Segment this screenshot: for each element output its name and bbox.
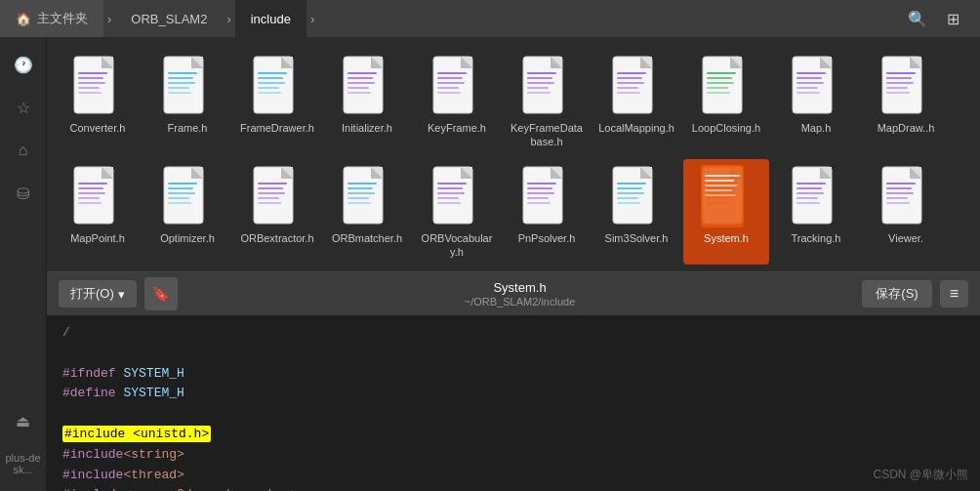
file-label-orbmatcher: ORBmatcher.h	[332, 231, 402, 245]
sidebar-bottom: ⏏ plus-desk...	[2, 401, 45, 491]
home-label: 主文件夹	[37, 10, 88, 27]
svg-rect-29	[347, 82, 375, 84]
file-icon-pnpsolver	[521, 165, 572, 227]
file-icon-viewer	[880, 165, 931, 227]
svg-rect-83	[78, 183, 107, 184]
svg-rect-118	[437, 197, 459, 199]
svg-rect-92	[168, 187, 193, 189]
sidebar-item-starred[interactable]: ☆	[4, 88, 43, 127]
file-label-optimizer: Optimizer.h	[160, 231, 215, 245]
file-label-sim3solver: Sim3Solver.h	[605, 231, 669, 245]
file-label-loopclosing: LoopClosing.h	[692, 121, 760, 135]
file-item-viewer[interactable]: Viewer.	[863, 159, 949, 266]
file-icon-mapdraw	[880, 55, 931, 117]
file-item-mapdraw[interactable]: MapDraw..h	[863, 49, 949, 155]
svg-rect-31	[347, 92, 371, 94]
save-button[interactable]: 保存(S)	[862, 280, 931, 307]
orb-slam2-nav-item[interactable]: ORB_SLAM2	[115, 0, 223, 37]
sidebar-item-eject[interactable]: ⏏	[4, 401, 43, 440]
svg-rect-76	[886, 77, 912, 79]
file-icon-converter	[72, 55, 123, 117]
top-bar: 🏠 主文件夹 › ORB_SLAM2 › include › 🔍 ⊞	[0, 0, 980, 37]
file-icon-loopclosing	[701, 55, 752, 117]
svg-rect-71	[796, 92, 820, 94]
file-icon-sim3solver	[611, 165, 662, 227]
file-icon-map	[791, 55, 841, 117]
file-icon-tracking	[791, 165, 841, 227]
svg-rect-22	[258, 87, 279, 89]
orb-slam2-label: ORB_SLAM2	[131, 12, 207, 26]
file-item-converter[interactable]: Converter.h	[55, 49, 141, 155]
svg-rect-47	[527, 92, 551, 94]
file-item-orbvocabulary[interactable]: ORBVocabulary.h	[414, 159, 500, 266]
file-item-framedrawer[interactable]: FrameDrawer.h	[234, 49, 320, 155]
bookmark-button[interactable]: 🔖	[144, 277, 178, 310]
svg-rect-61	[707, 82, 734, 84]
code-line-2	[62, 344, 964, 364]
file-icon-orbmatcher	[342, 165, 392, 227]
svg-rect-43	[527, 72, 556, 74]
svg-rect-68	[796, 77, 822, 79]
top-bar-actions: 🔍 ⊞	[902, 3, 980, 34]
svg-rect-85	[78, 192, 105, 194]
view-toggle-button[interactable]: ⊞	[937, 3, 968, 34]
svg-rect-30	[347, 87, 369, 89]
svg-rect-79	[886, 92, 910, 94]
code-editor[interactable]: / #ifndef SYSTEM_H#define SYSTEM_H #incl…	[47, 315, 980, 491]
menu-button[interactable]: ≡	[940, 280, 968, 307]
svg-rect-7	[78, 92, 102, 94]
file-item-localmapping[interactable]: LocalMapping.h	[593, 49, 679, 155]
open-button[interactable]: 打开(O) ▾	[59, 280, 137, 307]
editor-path: ~/ORB_SLAM2/include	[185, 296, 855, 307]
watermark: CSDN @卑微小熊	[873, 467, 968, 483]
file-icon-localmapping	[611, 55, 662, 117]
svg-rect-147	[705, 184, 737, 186]
file-item-orbextractor[interactable]: ORBextractor.h	[234, 159, 320, 266]
search-button[interactable]: 🔍	[902, 3, 933, 34]
code-line-8: #include<thread>	[62, 466, 964, 486]
file-item-optimizer[interactable]: Optimizer.h	[144, 159, 230, 266]
svg-rect-117	[437, 192, 465, 194]
svg-rect-51	[617, 72, 646, 74]
code-line-7: #include<string>	[62, 445, 964, 466]
breadcrumb: 🏠 主文件夹 › ORB_SLAM2 › include ›	[0, 0, 318, 37]
home-nav-item[interactable]: 🏠 主文件夹	[0, 0, 103, 37]
home-icon: 🏠	[16, 12, 31, 26]
svg-rect-133	[617, 192, 644, 194]
svg-rect-101	[258, 192, 285, 194]
include-nav-item[interactable]: include	[235, 0, 306, 37]
file-item-sim3solver[interactable]: Sim3Solver.h	[593, 159, 679, 266]
svg-rect-135	[617, 202, 640, 204]
svg-rect-154	[796, 187, 822, 189]
file-item-keyframe[interactable]: KeyFrame.h	[414, 49, 500, 155]
file-item-pnpsolver[interactable]: PnPsolver.h	[504, 159, 590, 266]
svg-rect-39	[437, 92, 461, 94]
sidebar-item-desktop[interactable]: plus-desk...	[2, 444, 45, 483]
file-item-orbmatcher[interactable]: ORBmatcher.h	[324, 159, 410, 266]
file-item-initializer[interactable]: Initializer.h	[324, 49, 410, 155]
file-label-system: System.h	[704, 231, 749, 245]
file-label-orbvocabulary: ORBVocabulary.h	[418, 231, 496, 260]
svg-rect-60	[707, 77, 732, 79]
svg-rect-27	[347, 72, 377, 74]
svg-rect-111	[347, 202, 371, 204]
sidebar-item-network[interactable]: ⛁	[4, 174, 43, 213]
file-item-keyframedatabase[interactable]: KeyFrameDatabase.h	[504, 49, 590, 155]
file-item-tracking[interactable]: Tracking.h	[773, 159, 859, 266]
file-item-frame[interactable]: Frame.h	[144, 49, 230, 155]
sidebar-item-home[interactable]: ⌂	[4, 131, 43, 170]
file-item-mappoint[interactable]: MapPoint.h	[55, 159, 141, 266]
svg-rect-13	[168, 82, 195, 84]
svg-rect-45	[527, 82, 554, 84]
file-item-map[interactable]: Map.h	[773, 49, 859, 155]
code-line-6: #include <unistd.h>	[62, 425, 964, 445]
file-label-localmapping: LocalMapping.h	[598, 121, 674, 135]
svg-rect-127	[527, 202, 551, 204]
file-item-system[interactable]: System.h	[683, 159, 769, 266]
file-item-loopclosing[interactable]: LoopClosing.h	[683, 49, 769, 155]
svg-rect-116	[437, 187, 463, 189]
code-line-5	[62, 404, 964, 425]
svg-rect-145	[705, 175, 740, 177]
svg-rect-35	[437, 72, 467, 74]
sidebar-item-recent[interactable]: 🕐	[4, 45, 43, 84]
